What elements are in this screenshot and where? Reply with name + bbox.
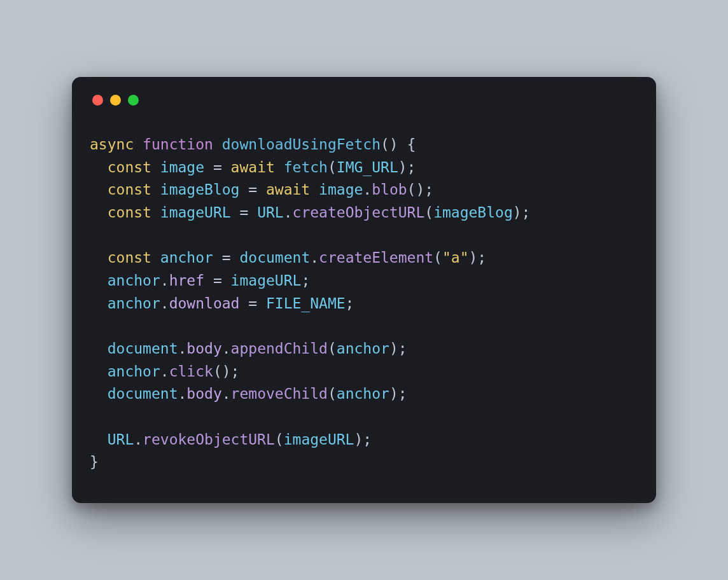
code-token: download: [169, 295, 240, 312]
code-token: await: [231, 159, 275, 176]
code-token: );: [389, 385, 407, 402]
close-icon[interactable]: [92, 95, 103, 106]
code-token: .: [222, 340, 231, 357]
code-token: }: [90, 453, 99, 470]
code-token: (: [275, 431, 284, 448]
code-token: IMG_URL: [337, 159, 398, 176]
code-token: click: [169, 363, 213, 380]
code-token: );: [398, 159, 416, 176]
code-token: anchor: [337, 340, 389, 357]
code-token: removeChild: [231, 385, 328, 402]
code-token: [310, 181, 319, 198]
code-token: [90, 295, 108, 312]
code-token: ();: [407, 181, 434, 198]
code-token: const: [108, 204, 151, 221]
code-token: (: [328, 385, 337, 402]
code-token: =: [231, 204, 258, 221]
code-token: downloadUsingFetch: [222, 136, 381, 153]
code-token: function: [143, 136, 213, 153]
code-token: =: [239, 181, 266, 198]
code-token: .: [222, 385, 231, 402]
maximize-icon[interactable]: [128, 95, 139, 106]
code-token: anchor: [160, 249, 213, 266]
code-token: imageBlog: [433, 204, 513, 221]
code-token: [134, 136, 143, 153]
code-token: );: [389, 340, 407, 357]
code-token: [151, 204, 160, 221]
code-token: URL: [257, 204, 284, 221]
code-token: [151, 159, 160, 176]
code-token: ();: [213, 363, 240, 380]
code-token: .: [363, 181, 372, 198]
code-token: body: [186, 385, 221, 402]
code-token: [90, 431, 108, 448]
code-token: );: [513, 204, 531, 221]
code-token: imageBlog: [160, 181, 240, 198]
code-token: (: [328, 340, 337, 357]
code-token: FILE_NAME: [266, 295, 346, 312]
code-token: createElement: [319, 249, 433, 266]
code-token: imageURL: [284, 431, 354, 448]
code-token: (: [328, 159, 337, 176]
code-token: [90, 204, 108, 221]
code-token: [213, 136, 222, 153]
code-token: [90, 363, 108, 380]
code-token: blob: [372, 181, 407, 198]
minimize-icon[interactable]: [110, 95, 121, 106]
code-token: .: [160, 363, 169, 380]
code-token: const: [108, 181, 151, 198]
code-token: .: [178, 385, 186, 402]
code-token: anchor: [337, 385, 389, 402]
code-token: [90, 181, 108, 198]
code-token: revokeObjectURL: [143, 431, 275, 448]
code-token: =: [213, 249, 240, 266]
code-token: document: [108, 340, 178, 357]
code-token: .: [134, 431, 143, 448]
code-token: anchor: [108, 272, 160, 289]
code-token: const: [108, 159, 151, 176]
code-token: image: [319, 181, 363, 198]
code-token: URL: [108, 431, 134, 448]
code-token: [151, 249, 160, 266]
code-token: [90, 340, 108, 357]
code-token: await: [266, 181, 310, 198]
code-token: ;: [301, 272, 310, 289]
code-window: async function downloadUsingFetch() { co…: [72, 77, 656, 503]
code-token: =: [239, 295, 266, 312]
code-token: fetch: [284, 159, 328, 176]
code-token: [90, 159, 108, 176]
code-token: image: [160, 159, 204, 176]
code-token: [90, 249, 108, 266]
code-token: .: [284, 204, 293, 221]
code-token: [275, 159, 284, 176]
code-token: appendChild: [231, 340, 328, 357]
code-token: ;: [346, 295, 354, 312]
code-token: .: [160, 272, 169, 289]
code-token: [90, 272, 108, 289]
code-token: document: [108, 385, 178, 402]
code-token: =: [204, 272, 231, 289]
code-token: () {: [381, 136, 416, 153]
code-token: "a": [442, 249, 469, 266]
code-token: );: [354, 431, 372, 448]
code-token: [90, 385, 108, 402]
code-token: href: [169, 272, 204, 289]
code-block: async function downloadUsingFetch() { co…: [90, 134, 638, 474]
code-token: (: [424, 204, 433, 221]
code-token: anchor: [108, 363, 160, 380]
code-token: .: [310, 249, 319, 266]
code-token: body: [186, 340, 221, 357]
code-token: =: [204, 159, 231, 176]
code-token: const: [108, 249, 151, 266]
code-token: (: [433, 249, 442, 266]
code-token: document: [239, 249, 310, 266]
traffic-lights: [92, 95, 638, 106]
code-token: .: [178, 340, 186, 357]
code-token: imageURL: [231, 272, 302, 289]
code-token: async: [90, 136, 134, 153]
code-token: anchor: [108, 295, 160, 312]
code-token: .: [160, 295, 169, 312]
code-token: [151, 181, 160, 198]
code-token: );: [469, 249, 487, 266]
code-token: imageURL: [160, 204, 231, 221]
